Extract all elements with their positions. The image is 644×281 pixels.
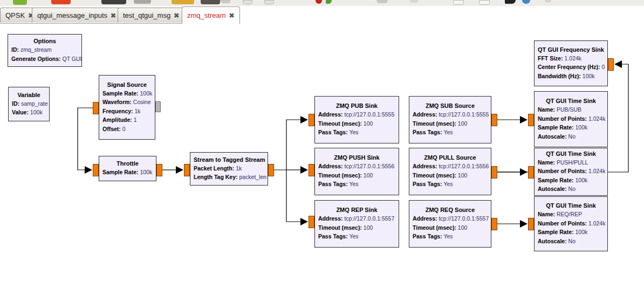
tab-close-icon[interactable]: ✖ (229, 12, 235, 19)
input-port[interactable] (528, 218, 534, 230)
block-variable[interactable]: Variable ID: samp_rate Value: 100k (8, 87, 50, 121)
block-signal-source[interactable]: Signal Source Sample Rate: 100k Waveform… (99, 75, 155, 140)
block-title: Signal Source (102, 81, 152, 88)
tab-close-icon[interactable]: ✖ (111, 12, 116, 19)
block-param: Bandwidth (Hz): 100k (538, 72, 604, 81)
arrow-icon (300, 116, 308, 124)
tab-label: qtgui_message_inputs (37, 11, 107, 19)
new-flowgraph-icon[interactable] (13, 0, 27, 5)
close-flowgraph-icon[interactable] (134, 0, 151, 4)
zoom-in-icon[interactable] (453, 0, 464, 5)
error-check-icon[interactable] (316, 0, 322, 4)
block-param: Pass Tags: Yes (318, 128, 395, 137)
block-title: Stream to Tagged Stream (194, 156, 264, 163)
block-param: ID: zmq_stream (11, 45, 78, 54)
zoom-out-icon[interactable] (479, 0, 490, 5)
block-zmq-rep-sink[interactable]: ZMQ REP Sink Address: tcp://127.0.0.1:55… (314, 200, 399, 248)
copy-icon[interactable] (243, 0, 252, 4)
input-port[interactable] (528, 166, 534, 179)
connection-signal-to-throttle[interactable] (78, 108, 93, 170)
output-port[interactable] (491, 166, 497, 179)
output-port[interactable] (268, 164, 274, 176)
block-param: Address: tcp://127.0.0.1:5557 (413, 214, 488, 223)
tab-bar: QPSK ✖ qtgui_message_inputs ✖ test_qtgui… (0, 6, 644, 24)
block-stream-to-tagged-stream[interactable]: Stream to Tagged Stream Packet Length: 1… (190, 152, 268, 186)
block-param: Autoscale: No (538, 132, 604, 141)
block-title: ZMQ REQ Source (413, 207, 488, 213)
block-zmq-pull-source[interactable]: ZMQ PULL Source Address: tcp://127.0.0.1… (409, 148, 491, 195)
block-title: Variable (12, 92, 46, 98)
block-param: Center Frequency (Hz): 0 (538, 63, 604, 72)
block-param: Offset: 0 (102, 125, 152, 134)
print-icon[interactable] (201, 0, 220, 4)
block-qt-gui-time-sink-pushpull[interactable]: QT GUI Time Sink Name: PUSH/PULL Number … (534, 148, 608, 196)
arrow-icon (300, 166, 308, 174)
block-param: Name: PUB/SUB (538, 105, 604, 114)
block-title: ZMQ PUSH Sink (318, 154, 395, 161)
open-flowgraph-icon[interactable] (51, 0, 71, 4)
run-icon[interactable] (326, 0, 332, 4)
block-param: Value: 100k (12, 108, 46, 117)
block-qt-gui-time-sink-reqrep[interactable]: QT GUI Time Sink Name: REQ/REP Number of… (534, 196, 608, 251)
block-zmq-pub-sink[interactable]: ZMQ PUB Sink Address: tcp://127.0.0.1:55… (314, 96, 399, 143)
output-port[interactable] (156, 164, 162, 176)
block-title: Throttle (102, 160, 153, 167)
block-qt-gui-frequency-sink[interactable]: QT GUI Frequency Sink FFT Size: 1.024k C… (534, 40, 608, 86)
search-icon[interactable] (505, 0, 516, 4)
block-qt-gui-time-sink-pubsub[interactable]: QT GUI Time Sink Name: PUB/SUB Number of… (534, 91, 608, 147)
arrow-icon (520, 168, 527, 176)
paste-icon[interactable] (264, 0, 274, 4)
block-param: Sample Rate: 100k (102, 89, 152, 98)
block-param: Generate Options: QT GUI (11, 54, 78, 64)
block-zmq-req-source[interactable]: ZMQ REQ Source Address: tcp://127.0.0.1:… (409, 200, 491, 248)
arrow-icon (176, 166, 183, 174)
block-param: Name: REQ/REP (538, 210, 604, 219)
input-port[interactable] (184, 164, 190, 176)
undo-icon[interactable] (376, 0, 388, 3)
save-flowgraph-icon[interactable] (101, 0, 126, 4)
arrow-icon (300, 218, 308, 225)
tab-test-qtgui-msg[interactable]: test_qtgui_msg ✖ (118, 8, 184, 23)
flowgraph-canvas[interactable]: Options ID: zmq_stream Generate Options:… (0, 24, 644, 281)
help-icon[interactable] (522, 0, 530, 4)
arrow-icon (520, 116, 527, 124)
block-param: Name: PUSH/PULL (538, 158, 604, 167)
block-param: Timeout (msec): 100 (318, 171, 395, 180)
block-title: QT GUI Frequency Sink (538, 46, 604, 53)
connection-stts-to-pub[interactable] (274, 120, 300, 170)
output-port[interactable] (93, 102, 99, 114)
redo-icon[interactable] (410, 0, 419, 3)
block-title: QT GUI Time Sink (538, 98, 604, 104)
input-port[interactable] (608, 58, 614, 71)
input-port[interactable] (93, 164, 99, 176)
block-zmq-sub-source[interactable]: ZMQ SUB Source Address: tcp://127.0.0.1:… (409, 96, 491, 143)
block-title: QT GUI Time Sink (538, 150, 604, 157)
output-port[interactable] (491, 114, 497, 126)
tab-qtgui-message-inputs[interactable]: qtgui_message_inputs ✖ (32, 8, 121, 23)
tab-close-icon[interactable]: ✖ (174, 12, 179, 19)
input-port[interactable] (309, 114, 314, 126)
input-port[interactable] (309, 164, 314, 176)
output-port[interactable] (491, 218, 497, 230)
block-options[interactable]: Options ID: zmq_stream Generate Options:… (8, 34, 82, 67)
block-param: Number of Points: 1.024k (538, 167, 604, 176)
options-icon[interactable] (545, 0, 551, 3)
tab-zmq-stream[interactable]: zmq_stream ✖ (182, 6, 240, 24)
arrow-icon (520, 220, 527, 228)
block-title: ZMQ SUB Source (413, 102, 488, 109)
edit-icon[interactable] (172, 0, 194, 4)
block-param: Sample Rate: 100k (538, 176, 604, 185)
tab-label: zmq_stream (187, 11, 226, 19)
block-zmq-push-sink[interactable]: ZMQ PUSH Sink Address: tcp://127.0.0.1:5… (314, 148, 399, 195)
block-param: FFT Size: 1.024k (538, 54, 604, 63)
unused-port[interactable] (155, 101, 161, 112)
block-param: Pass Tags: Yes (318, 232, 395, 241)
connection-stts-to-rep[interactable] (286, 170, 300, 222)
block-title: Options (11, 38, 78, 44)
block-param: Address: tcp://127.0.0.1:5557 (318, 214, 395, 223)
input-port[interactable] (309, 216, 314, 228)
block-throttle[interactable]: Throttle Sample Rate: 100k (99, 156, 156, 181)
tab-label: test_qtgui_msg (123, 11, 170, 19)
input-port[interactable] (528, 114, 534, 126)
cut-icon[interactable] (220, 0, 231, 3)
